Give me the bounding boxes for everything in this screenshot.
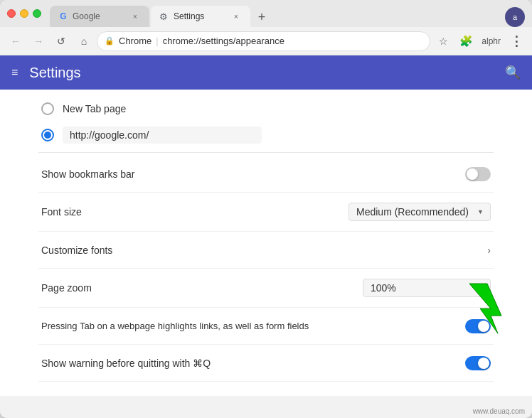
minimize-button[interactable] <box>20 9 28 18</box>
address-bar: ← → ↺ ⌂ 🔒 Chrome | chrome://settings/app… <box>0 27 532 55</box>
reload-button[interactable]: ↺ <box>51 31 71 51</box>
page-zoom-dropdown-wrapper: 100% 75% 90% 110% 125% 150% <box>363 279 491 297</box>
url-text: chrome://settings/appearance <box>163 36 284 46</box>
home-button[interactable]: ⌂ <box>74 31 94 51</box>
show-bookmarks-toggle[interactable] <box>465 167 491 181</box>
settings-wrapper: New Tab page Show bookmarks bar <box>0 90 532 404</box>
divider-1 <box>38 152 494 153</box>
page-zoom-dropdown[interactable]: 100% 75% 90% 110% 125% 150% <box>363 279 491 297</box>
font-size-label: Font size <box>41 206 349 218</box>
radio-new-tab-label: New Tab page <box>63 103 126 114</box>
search-icon[interactable]: 🔍 <box>505 65 521 80</box>
hamburger-icon[interactable]: ≡ <box>11 66 18 79</box>
tab-settings-close[interactable]: × <box>230 11 242 22</box>
watermark: www.deuaq.com <box>473 407 525 415</box>
settings-favicon: ⚙ <box>159 11 169 21</box>
traffic-lights <box>7 9 41 18</box>
menu-button[interactable]: ⋮ <box>506 31 526 51</box>
settings-content: New Tab page Show bookmarks bar <box>0 90 532 396</box>
font-size-dropdown-wrapper: Medium (Recommended) Small Large Very La… <box>349 203 491 221</box>
quit-warning-toggle[interactable] <box>465 356 491 370</box>
profile-name: alphr <box>479 36 504 46</box>
settings-page-title: Settings <box>29 65 494 81</box>
titlebar: G Google × ⚙ Settings × + a <box>0 0 532 27</box>
url-input[interactable] <box>63 127 262 144</box>
bookmark-button[interactable]: ☆ <box>433 31 453 51</box>
font-size-row: Font size Medium (Recommended) Small Lar… <box>38 193 494 232</box>
extension-button[interactable]: 🧩 <box>456 31 476 51</box>
radio-google-url-circle[interactable] <box>41 129 54 141</box>
radio-new-tab[interactable]: New Tab page <box>38 97 494 121</box>
close-button[interactable] <box>7 9 16 18</box>
quit-warning-label: Show warning before quitting with ⌘Q <box>41 358 465 369</box>
settings-panel: New Tab page Show bookmarks bar <box>24 90 508 396</box>
tab-highlights-row: Pressing Tab on a webpage highlights lin… <box>38 308 494 345</box>
radio-google-url-inner <box>44 132 51 139</box>
radio-google-url[interactable] <box>38 121 494 149</box>
tabs-bar: G Google × ⚙ Settings × + a <box>50 0 525 27</box>
google-favicon: G <box>58 11 68 21</box>
quit-warning-row: Show warning before quitting with ⌘Q <box>38 345 494 382</box>
page-zoom-label: Page zoom <box>41 282 363 294</box>
maximize-button[interactable] <box>33 9 41 18</box>
tab-highlights-toggle[interactable] <box>465 319 491 333</box>
quit-warning-knob <box>478 358 489 369</box>
lock-icon: 🔒 <box>105 36 115 45</box>
url-divider: | <box>156 36 158 46</box>
tab-google-title: Google <box>73 11 125 21</box>
bottom-bar: www.deuaq.com <box>0 404 532 418</box>
profile-button[interactable]: a <box>505 7 525 27</box>
customize-fonts-label: Customize fonts <box>41 245 487 256</box>
tab-google-close[interactable]: × <box>129 11 141 22</box>
url-bar[interactable]: 🔒 Chrome | chrome://settings/appearance <box>97 31 430 51</box>
profile-label: a <box>513 13 517 21</box>
radio-new-tab-circle[interactable] <box>41 102 54 115</box>
show-bookmarks-label: Show bookmarks bar <box>41 168 465 180</box>
forward-button[interactable]: → <box>28 31 48 51</box>
tab-settings[interactable]: ⚙ Settings × <box>151 6 250 27</box>
back-button[interactable]: ← <box>6 31 26 51</box>
settings-header: ≡ Settings 🔍 <box>0 55 532 90</box>
browser-window: G Google × ⚙ Settings × + a ← → ↺ ⌂ 🔒 Ch… <box>0 0 532 418</box>
chevron-right-icon: › <box>487 245 491 256</box>
customize-fonts-row[interactable]: Customize fonts › <box>38 232 494 269</box>
new-tab-button[interactable]: + <box>252 7 272 27</box>
tab-highlights-knob <box>478 321 489 332</box>
page-zoom-row: Page zoom 100% 75% 90% 110% 125% 150% <box>38 269 494 308</box>
tab-settings-title: Settings <box>174 11 226 21</box>
tab-highlights-label: Pressing Tab on a webpage highlights lin… <box>41 321 465 331</box>
chrome-text: Chrome <box>119 36 151 46</box>
tab-google[interactable]: G Google × <box>50 6 149 27</box>
font-size-dropdown[interactable]: Medium (Recommended) Small Large Very La… <box>349 203 491 221</box>
show-bookmarks-row: Show bookmarks bar <box>38 156 494 193</box>
show-bookmarks-toggle-knob <box>467 168 478 180</box>
